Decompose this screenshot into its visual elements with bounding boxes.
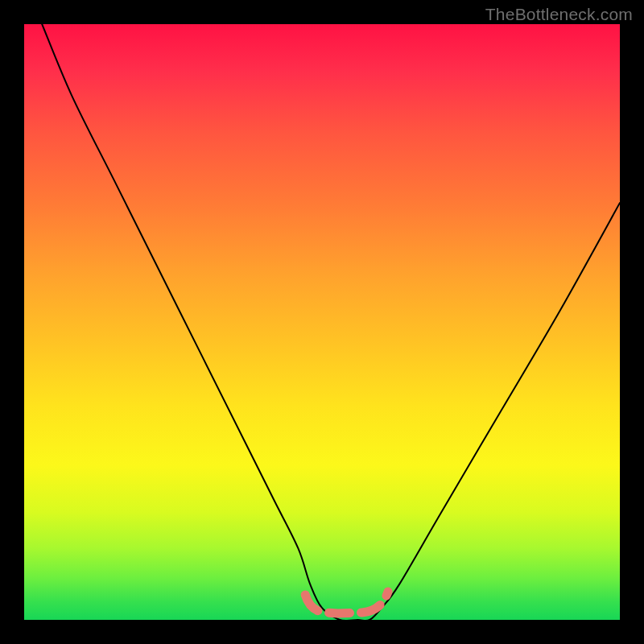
bottleneck-curve (42, 24, 620, 620)
curve-svg (24, 24, 620, 620)
chart-frame: TheBottleneck.com (0, 0, 644, 644)
plot-area (24, 24, 620, 620)
watermark-text: TheBottleneck.com (485, 5, 633, 24)
